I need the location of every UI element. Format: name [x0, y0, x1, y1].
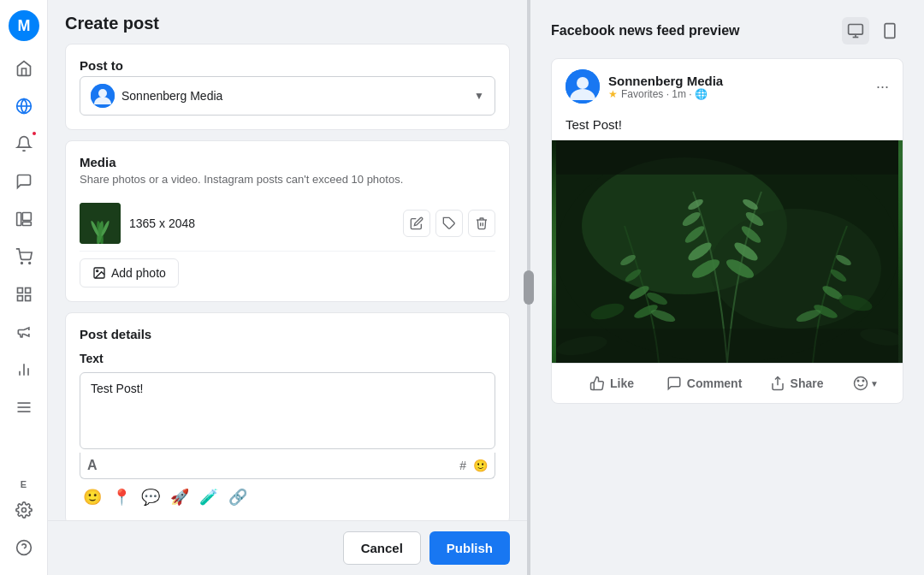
fb-post-preview: Sonnenberg Media ★ Favorites · 1m · 🌐 ··…: [551, 58, 903, 404]
sidebar: M E: [0, 0, 48, 575]
post-details-card: Post details Text A # 🙂 🙂: [65, 312, 510, 520]
svg-point-8: [28, 263, 30, 264]
emoji-icon[interactable]: 🙂: [83, 488, 102, 507]
panel-divider: [527, 0, 530, 575]
publish-button[interactable]: Publish: [429, 531, 510, 565]
fern-illustration: [552, 140, 903, 363]
post-details-label: Post details: [80, 327, 495, 341]
panel-scroll: Post to Sonnenberg Media ▼ Media: [48, 44, 527, 520]
page-avatar: [91, 84, 115, 108]
sidebar-item-shop[interactable]: [7, 240, 41, 274]
text-format-icon[interactable]: A: [87, 458, 98, 473]
post-to-card: Post to Sonnenberg Media ▼: [65, 44, 510, 130]
sidebar-item-chat[interactable]: [7, 164, 41, 199]
preview-title: Facebook news feed preview: [551, 23, 740, 39]
svg-rect-69: [556, 329, 898, 363]
sidebar-item-megaphone[interactable]: [7, 315, 41, 349]
post-to-value: Sonnenberg Media: [121, 89, 467, 103]
sidebar-item-notifications[interactable]: [7, 127, 41, 161]
link-icon[interactable]: 🔗: [228, 488, 247, 507]
device-icons: [842, 17, 903, 44]
cancel-button[interactable]: Cancel: [343, 531, 421, 565]
fb-page-name: Sonnenberg Media: [608, 74, 723, 88]
sidebar-item-menu[interactable]: [7, 390, 41, 424]
mobile-icon[interactable]: [876, 17, 903, 44]
fb-share-button[interactable]: Share: [750, 370, 843, 396]
chevron-down-icon: ▼: [474, 90, 484, 102]
post-to-dropdown[interactable]: Sonnenberg Media ▼: [80, 76, 495, 116]
svg-rect-12: [25, 296, 30, 301]
textarea-footer: A # 🙂: [80, 453, 495, 479]
sidebar-item-grid[interactable]: [7, 277, 41, 311]
fb-post-header: Sonnenberg Media ★ Favorites · 1m · 🌐 ··…: [552, 59, 903, 114]
fb-more-options[interactable]: ···: [876, 78, 889, 96]
svg-point-71: [855, 377, 868, 390]
fb-like-button[interactable]: Like: [566, 370, 658, 396]
page-title: Create post: [65, 14, 510, 33]
emoji-toolbar: 🙂 📍 💬 🚀 🧪 🔗: [80, 479, 495, 510]
svg-point-73: [862, 380, 864, 382]
fb-post-text: Test Post!: [552, 114, 903, 140]
media-actions: [403, 210, 495, 237]
svg-point-31: [97, 270, 98, 272]
add-photo-button[interactable]: Add photo: [80, 258, 179, 288]
fb-share-label: Share: [791, 376, 824, 390]
svg-rect-10: [25, 288, 30, 293]
left-panel: Create post Post to Sonnenberg Media ▼: [48, 0, 527, 575]
bottom-bar: Cancel Publish: [48, 520, 527, 575]
location-icon[interactable]: 📍: [112, 488, 131, 507]
svg-point-23: [98, 89, 107, 98]
hashtag-icon[interactable]: #: [459, 459, 466, 472]
media-label: Media: [80, 155, 495, 169]
right-panel: Facebook news feed preview: [530, 0, 924, 575]
fb-comment-label: Comment: [687, 376, 743, 390]
sidebar-item-globe[interactable]: [7, 89, 41, 123]
media-card: Media Share photos or a video. Instagram…: [65, 140, 510, 302]
text-field-label: Text: [80, 352, 495, 365]
svg-rect-35: [885, 24, 895, 39]
svg-rect-4: [16, 213, 21, 226]
svg-rect-5: [22, 213, 31, 221]
sidebar-entity-label: E: [21, 479, 27, 489]
desktop-icon[interactable]: [842, 17, 869, 44]
ai-icon[interactable]: 🧪: [199, 488, 218, 507]
fb-post-meta: ★ Favorites · 1m · 🌐: [608, 88, 723, 100]
messenger-icon[interactable]: 💬: [141, 488, 160, 507]
notification-badge: [31, 130, 38, 137]
media-tag-button[interactable]: [435, 210, 463, 237]
svg-point-38: [577, 77, 589, 89]
media-edit-button[interactable]: [403, 210, 430, 237]
text-format-icons: A: [87, 458, 98, 473]
fb-reaction-button[interactable]: ▼: [843, 370, 889, 396]
sidebar-item-settings[interactable]: [7, 493, 41, 527]
post-text-input[interactable]: [80, 372, 495, 449]
meta-logo[interactable]: M: [9, 10, 39, 41]
svg-point-72: [857, 380, 859, 382]
media-item: 1365 x 2048: [80, 196, 495, 252]
svg-rect-68: [556, 140, 898, 175]
svg-rect-6: [22, 222, 31, 225]
svg-rect-32: [849, 25, 863, 35]
sidebar-item-pages[interactable]: [7, 202, 41, 236]
fb-like-label: Like: [610, 376, 634, 390]
textarea-right-icons: # 🙂: [459, 459, 488, 472]
fb-post-image: [552, 140, 903, 363]
panel-header: Create post: [48, 0, 527, 44]
sidebar-item-help[interactable]: [7, 531, 41, 565]
media-thumbnail: [80, 203, 121, 244]
main-content: Create post Post to Sonnenberg Media ▼: [48, 0, 924, 575]
fb-page-avatar: [566, 69, 600, 104]
svg-rect-9: [17, 288, 22, 293]
media-delete-button[interactable]: [468, 210, 495, 237]
media-subtitle: Share photos or a video. Instagram posts…: [80, 173, 495, 186]
sidebar-item-home[interactable]: [7, 51, 41, 86]
preview-header: Facebook news feed preview: [551, 17, 903, 44]
add-photo-label: Add photo: [111, 266, 166, 280]
svg-point-19: [21, 508, 26, 513]
fb-comment-button[interactable]: Comment: [658, 370, 750, 396]
sidebar-item-analytics[interactable]: [7, 353, 41, 387]
svg-point-7: [21, 263, 22, 264]
fb-post-user: Sonnenberg Media ★ Favorites · 1m · 🌐: [566, 69, 723, 104]
emoji-picker-icon[interactable]: 🙂: [473, 459, 488, 472]
boost-icon[interactable]: 🚀: [170, 488, 189, 507]
